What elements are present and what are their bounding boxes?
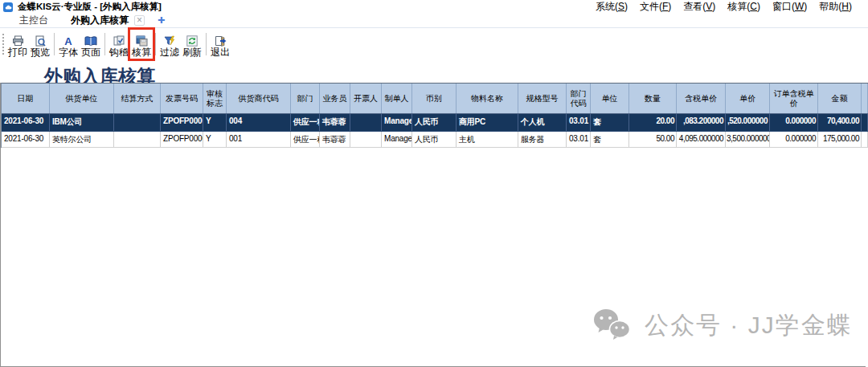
tab-console[interactable]: 主控台	[8, 12, 59, 28]
grid-row[interactable]: 2021-06-30IBM公司ZPOFP0000Y004供应一科韦蓉蓉Manag…	[2, 114, 868, 132]
column-header[interactable]: 单位	[591, 84, 629, 113]
grid-cell[interactable]: 套	[591, 132, 629, 147]
page-setup-label: 页面	[81, 47, 100, 58]
tab-bar: 主控台 外购入库核算 × ✚	[0, 13, 868, 28]
grid-cell[interactable]: ,083.200000	[677, 114, 726, 131]
grid-cell[interactable]: 主机	[457, 132, 518, 147]
grid-row[interactable]: 2021-06-30英特尔公司ZPOFP00002Y001供应一科韦蓉蓉Mana…	[2, 132, 868, 148]
grid-cell[interactable]: 2021-06-30	[2, 132, 50, 147]
column-header[interactable]: 开票人	[350, 84, 382, 113]
column-header[interactable]: 规格型号	[518, 84, 567, 113]
accounting-label: 核算	[132, 47, 151, 58]
exit-button[interactable]: 退出	[209, 30, 231, 59]
grid-cell[interactable]: 人民币	[412, 114, 457, 131]
grid-cell[interactable]	[862, 114, 868, 131]
column-header[interactable]: 物料名称	[457, 84, 518, 113]
preview-button[interactable]: 预览	[29, 30, 51, 59]
grid-cell[interactable]: ZPOFP00002	[161, 132, 203, 147]
book-icon	[84, 35, 97, 47]
filter-button[interactable]: 过滤	[158, 30, 181, 59]
grid-cell[interactable]: 50.00	[629, 132, 677, 147]
grid-cell[interactable]: 服务器	[518, 132, 567, 147]
filter-label: 过滤	[160, 47, 179, 58]
grid-cell[interactable]: 03.01	[567, 114, 591, 131]
preview-label: 预览	[31, 47, 50, 58]
grid-cell[interactable]: 4,095.000000	[677, 132, 726, 147]
accounting-button[interactable]: 核算	[130, 30, 153, 59]
menu-file[interactable]: 文件(F)	[640, 0, 671, 14]
refresh-label: 刷新	[182, 47, 202, 58]
print-button[interactable]: 打印	[6, 30, 29, 59]
tab-purchase-inbound-accounting[interactable]: 外购入库核算 ×	[59, 12, 149, 28]
grid-cell[interactable]	[350, 132, 382, 147]
grid-cell[interactable]	[862, 132, 868, 147]
grid-cell[interactable]: 3,500.000000	[726, 132, 770, 147]
reconcile-icon	[113, 35, 125, 47]
grid-cell[interactable]: 供应一科	[291, 114, 320, 131]
column-header[interactable]: 供货单位	[50, 84, 114, 113]
menu-help[interactable]: 帮助(H)	[819, 0, 852, 14]
grid-cell[interactable]: 个人机	[518, 114, 567, 131]
grid-cell[interactable]: ,520.000000	[726, 114, 770, 131]
font-button[interactable]: A 字体	[57, 30, 80, 59]
print-label: 打印	[8, 47, 27, 58]
column-header[interactable]: 部门代码	[567, 84, 591, 113]
grid-cell[interactable]: 韦蓉蓉	[320, 132, 350, 147]
preview-icon	[35, 35, 46, 47]
grid-cell[interactable]: Y	[203, 132, 227, 147]
grid-cell[interactable]: 70,400.00	[818, 114, 862, 131]
menu-accounting[interactable]: 核算(C)	[727, 0, 760, 14]
page-setup-button[interactable]: 页面	[80, 30, 102, 59]
grid-cell[interactable]: 03.01	[567, 132, 591, 147]
grid-cell[interactable]: 英特尔公司	[50, 132, 114, 147]
grid-cell[interactable]: Y	[203, 114, 227, 131]
column-header[interactable]: 金额	[818, 84, 862, 113]
column-header[interactable]: 含税单价	[677, 84, 726, 113]
column-header[interactable]: 订单含税单价	[770, 84, 818, 113]
column-header[interactable]: 日期	[2, 84, 50, 113]
svg-text:A: A	[64, 35, 72, 47]
column-header[interactable]: 数量	[629, 84, 677, 113]
grid-cell[interactable]	[114, 132, 161, 147]
column-header[interactable]: 币别	[412, 84, 457, 113]
grid-cell[interactable]	[114, 114, 161, 131]
menu-view[interactable]: 查看(V)	[683, 0, 715, 14]
reconcile-button[interactable]: 钩稽	[108, 30, 130, 59]
grid-cell[interactable]	[350, 114, 382, 131]
watermark: 公众号 · JJ学金蝶	[593, 308, 853, 342]
column-header[interactable]: 部门	[291, 84, 320, 113]
grid-cell[interactable]: IBM公司	[50, 114, 114, 131]
menu-window[interactable]: 窗口(W)	[772, 0, 807, 14]
grid-cell[interactable]: 商用PC	[457, 114, 518, 131]
grid-cell[interactable]: 20.00	[629, 114, 677, 131]
refresh-button[interactable]: 刷新	[181, 30, 203, 59]
grid-cell[interactable]: 004	[227, 114, 291, 131]
grid-cell[interactable]: 175,000.00	[818, 132, 862, 147]
menu-system[interactable]: 系统(S)	[596, 0, 628, 14]
column-header[interactable]: 发票号码	[161, 84, 203, 113]
grid-cell[interactable]: 套	[591, 114, 629, 131]
grid-cell[interactable]: 供应一科	[291, 132, 320, 147]
grid-cell[interactable]: Manager	[382, 114, 412, 131]
grid-cell[interactable]: 0.000000	[770, 132, 818, 147]
column-header[interactable]: 结算方式	[114, 84, 161, 113]
column-header[interactable]: 业务员	[320, 84, 350, 113]
column-header[interactable]	[862, 84, 868, 113]
app-logo-icon	[3, 2, 14, 12]
column-header[interactable]: 审核标志	[203, 84, 227, 113]
column-header[interactable]: 单价	[726, 84, 770, 113]
refresh-icon	[186, 35, 198, 47]
grid-cell[interactable]: 人民币	[412, 132, 457, 147]
column-header[interactable]: 制单人	[382, 84, 412, 113]
grid-cell[interactable]: Manager	[382, 132, 412, 147]
navigate-icon[interactable]: ✚	[158, 15, 165, 26]
grid-cell[interactable]: 韦蓉蓉	[320, 114, 350, 131]
grid-cell[interactable]: 0.000000	[770, 114, 818, 131]
grid-cell[interactable]: 2021-06-30	[2, 114, 50, 131]
close-tab-icon[interactable]: ×	[134, 15, 145, 26]
toolbar-separator	[155, 33, 156, 55]
toolbar-grip[interactable]	[2, 34, 4, 55]
column-header[interactable]: 供货商代码	[227, 84, 291, 113]
grid-cell[interactable]: ZPOFP0000	[161, 114, 203, 131]
grid-cell[interactable]: 001	[227, 132, 291, 147]
